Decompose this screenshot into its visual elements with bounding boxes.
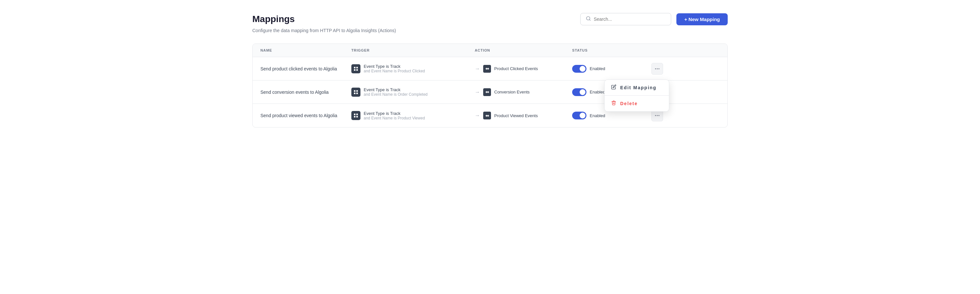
row-name: Send conversion events to Algolia bbox=[261, 89, 352, 95]
trigger-sub: and Event Name is Product Viewed bbox=[364, 116, 425, 121]
status-label: Enabled bbox=[590, 113, 605, 118]
trigger-cell: Event Type is Track and Event Name is Or… bbox=[352, 87, 475, 97]
col-status: STATUS bbox=[572, 48, 637, 52]
status-label: Enabled bbox=[590, 66, 605, 71]
trigger-main: Event Type is Track bbox=[364, 111, 425, 116]
status-toggle[interactable] bbox=[572, 65, 587, 73]
svg-rect-9 bbox=[354, 90, 356, 92]
action-cell: → ◈◈ Product Clicked Events bbox=[475, 65, 572, 73]
header-right: + New Mapping bbox=[580, 13, 728, 25]
trigger-text: Event Type is Track and Event Name is Or… bbox=[364, 87, 428, 97]
col-action: ACTION bbox=[475, 48, 572, 52]
action-icon: ◈◈ bbox=[483, 65, 491, 73]
new-mapping-button[interactable]: + New Mapping bbox=[676, 13, 728, 25]
action-name: Conversion Events bbox=[494, 89, 530, 94]
trigger-main: Event Type is Track bbox=[364, 64, 425, 69]
edit-icon bbox=[611, 84, 616, 91]
status-label: Enabled bbox=[590, 89, 605, 94]
mappings-table: NAME TRIGGER ACTION STATUS Send product … bbox=[252, 43, 728, 127]
actions-col: Edit Mapping bbox=[637, 63, 663, 75]
trigger-sub: and Event Name is Order Completed bbox=[364, 92, 428, 97]
row-name: Send product clicked events to Algolia bbox=[261, 66, 352, 72]
svg-point-6 bbox=[655, 68, 656, 69]
arrow-icon: → bbox=[475, 66, 480, 72]
svg-rect-10 bbox=[356, 90, 358, 92]
col-name: NAME bbox=[261, 48, 352, 52]
table-header: NAME TRIGGER ACTION STATUS bbox=[253, 44, 727, 57]
svg-point-21 bbox=[657, 115, 658, 116]
svg-rect-11 bbox=[354, 92, 356, 94]
col-actions-header bbox=[637, 48, 663, 52]
action-name: Product Clicked Events bbox=[494, 66, 538, 71]
delete-icon bbox=[611, 100, 616, 107]
delete-label: Delete bbox=[620, 101, 638, 106]
page-subtitle: Configure the data mapping from HTTP API… bbox=[252, 28, 728, 33]
header-left: Mappings bbox=[252, 14, 295, 24]
action-cell: → ◈◈ Conversion Events bbox=[475, 88, 572, 96]
status-cell: Enabled bbox=[572, 112, 637, 119]
page-header: Mappings + New Mapping bbox=[252, 13, 728, 25]
trigger-cell: Event Type is Track and Event Name is Pr… bbox=[352, 111, 475, 121]
arrow-icon: → bbox=[475, 89, 480, 95]
svg-line-1 bbox=[590, 19, 591, 21]
svg-rect-16 bbox=[354, 114, 356, 115]
svg-rect-3 bbox=[356, 67, 358, 68]
row-name: Send product viewed events to Algolia bbox=[261, 113, 352, 118]
page-container: Mappings + New Mapping Configure the dat… bbox=[237, 0, 743, 140]
svg-rect-18 bbox=[354, 116, 356, 118]
delete-item[interactable]: Delete bbox=[605, 96, 669, 111]
action-name: Product Viewed Events bbox=[494, 113, 538, 118]
trigger-icon bbox=[352, 87, 360, 97]
trigger-sub: and Event Name is Product Clicked bbox=[364, 69, 425, 73]
svg-point-8 bbox=[659, 68, 660, 69]
col-trigger: TRIGGER bbox=[352, 48, 475, 52]
svg-rect-4 bbox=[354, 69, 356, 71]
svg-rect-12 bbox=[356, 92, 358, 94]
search-input[interactable] bbox=[593, 17, 666, 22]
svg-rect-17 bbox=[356, 114, 358, 115]
trigger-icon bbox=[352, 111, 360, 120]
dropdown-menu: Edit Mapping bbox=[604, 79, 669, 112]
more-button[interactable]: Edit Mapping bbox=[651, 63, 663, 75]
trigger-cell: Event Type is Track and Event Name is Pr… bbox=[352, 64, 475, 73]
svg-rect-19 bbox=[356, 116, 358, 118]
status-toggle[interactable] bbox=[572, 112, 587, 119]
trigger-main: Event Type is Track bbox=[364, 87, 428, 92]
svg-rect-5 bbox=[356, 69, 358, 71]
page-title: Mappings bbox=[252, 14, 295, 24]
svg-point-20 bbox=[655, 115, 656, 116]
search-box[interactable] bbox=[580, 13, 671, 25]
action-icon: ◈◈ bbox=[483, 88, 491, 96]
table-row: Send product clicked events to Algolia E… bbox=[253, 57, 727, 81]
arrow-icon: → bbox=[475, 113, 480, 118]
action-cell: → ◈◈ Product Viewed Events bbox=[475, 112, 572, 119]
svg-point-7 bbox=[657, 68, 658, 69]
trigger-icon bbox=[352, 64, 360, 73]
action-icon: ◈◈ bbox=[483, 112, 491, 119]
trigger-text: Event Type is Track and Event Name is Pr… bbox=[364, 64, 425, 73]
search-icon bbox=[586, 16, 591, 22]
status-toggle[interactable] bbox=[572, 88, 587, 96]
status-cell: Enabled bbox=[572, 65, 637, 73]
edit-label: Edit Mapping bbox=[620, 85, 657, 90]
edit-mapping-item[interactable]: Edit Mapping bbox=[605, 80, 669, 95]
svg-point-22 bbox=[659, 115, 660, 116]
trigger-text: Event Type is Track and Event Name is Pr… bbox=[364, 111, 425, 121]
svg-rect-2 bbox=[354, 67, 356, 68]
